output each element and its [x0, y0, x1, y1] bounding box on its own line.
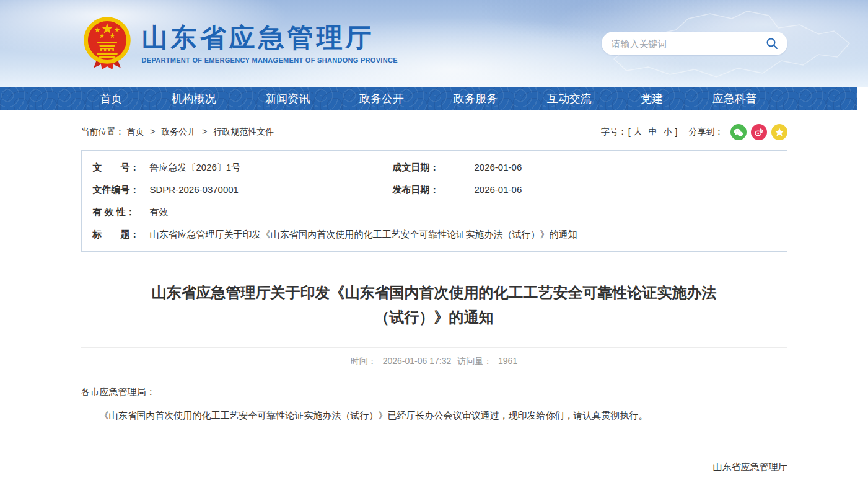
publish-date-value: 2026-01-06 — [475, 184, 522, 196]
signature-date: 2026年1月6日 — [81, 476, 787, 480]
search-icon[interactable] — [764, 35, 780, 51]
font-size-medium-button[interactable]: 中 — [649, 127, 657, 138]
file-id-value: SDPR-2026-0370001 — [150, 184, 393, 196]
share-label: 分享到： — [689, 127, 724, 138]
breadcrumb-prefix: 当前位置： — [81, 127, 125, 136]
written-date-label: 成文日期： — [393, 161, 475, 174]
breadcrumb-separator: > — [202, 127, 207, 136]
salutation: 各市应急管理局： — [81, 383, 787, 401]
font-size-small-button[interactable]: 小 — [664, 127, 672, 138]
nav-item-party[interactable]: 党建 — [641, 91, 663, 106]
brand: 山东省应急管理厅 DEPARTMENT OF EMERGENCY MANAGEM… — [81, 16, 398, 71]
doc-number-value: 鲁应急发〔2026〕1号 — [150, 161, 393, 174]
weibo-share-icon[interactable] — [751, 124, 767, 140]
breadcrumb: 当前位置： 首页 > 政务公开 > 行政规范性文件 — [81, 127, 274, 138]
nav-item-gov-info[interactable]: 政务公开 — [359, 91, 404, 106]
nav-item-about[interactable]: 机构概况 — [172, 91, 216, 106]
wechat-share-icon[interactable] — [730, 124, 747, 140]
doc-meta-table: 文 号： 鲁应急发〔2026〕1号 成文日期： 2026-01-06 文件编号：… — [81, 150, 787, 252]
doc-title-value: 山东省应急管理厅关于印发《山东省国内首次使用的化工工艺安全可靠性论证实施办法（试… — [150, 228, 577, 241]
main-nav: 首页 机构概况 新闻资讯 政务公开 政务服务 互动交流 党建 应急科普 — [0, 87, 857, 110]
article-body: 各市应急管理局： 《山东省国内首次使用的化工工艺安全可靠性论证实施办法（试行）》… — [81, 383, 787, 480]
national-emblem-logo — [81, 16, 133, 71]
written-date-value: 2026-01-06 — [475, 161, 522, 174]
breadcrumb-item-home[interactable]: 首页 — [126, 127, 144, 136]
nav-item-gov-services[interactable]: 政务服务 — [453, 91, 498, 106]
meta-row-doc-number: 文 号： 鲁应急发〔2026〕1号 成文日期： 2026-01-06 — [82, 156, 787, 179]
search-box — [602, 32, 787, 55]
meta-row-file-id: 文件编号： SDPR-2026-0370001 发布日期： 2026-01-06 — [82, 179, 787, 201]
nav-item-interaction[interactable]: 互动交流 — [547, 91, 592, 106]
search-input[interactable] — [612, 38, 764, 49]
breadcrumb-separator: > — [150, 127, 155, 136]
article-paragraph: 《山东省国内首次使用的化工工艺安全可靠性论证实施办法（试行）》已经厅长办公会议审… — [81, 407, 787, 425]
site-header: 山东省应急管理厅 DEPARTMENT OF EMERGENCY MANAGEM… — [0, 0, 868, 87]
file-id-label: 文件编号： — [82, 184, 150, 196]
meta-row-validity: 有 效 性： 有效 — [82, 201, 787, 223]
site-title: 山东省应急管理厅 — [142, 23, 398, 53]
time-value: 2026-01-06 17:32 — [383, 356, 452, 366]
font-size-large-button[interactable]: 大 — [634, 127, 642, 138]
validity-label: 有 效 性： — [82, 206, 150, 218]
bracket-close: ] — [675, 127, 678, 137]
nav-item-news[interactable]: 新闻资讯 — [265, 91, 310, 106]
visits-label: 访问量： — [457, 356, 492, 366]
font-size-label: 字号： — [601, 127, 627, 138]
visits-value: 1961 — [498, 356, 517, 366]
signature-block: 山东省应急管理厅 2026年1月6日 — [81, 458, 787, 480]
nav-item-home[interactable]: 首页 — [100, 91, 122, 106]
publish-date-label: 发布日期： — [393, 184, 475, 196]
site-subtitle: DEPARTMENT OF EMERGENCY MANAGEMENT OF SH… — [142, 56, 398, 64]
meta-row-title: 标 题： 山东省应急管理厅关于印发《山东省国内首次使用的化工工艺安全可靠性论证实… — [82, 223, 787, 246]
page: 山东省应急管理厅 DEPARTMENT OF EMERGENCY MANAGEM… — [0, 0, 868, 480]
article-title-line2: （试行）》的通知 — [375, 309, 494, 326]
signature-org: 山东省应急管理厅 — [81, 458, 787, 476]
doc-number-label: 文 号： — [82, 161, 150, 174]
breadcrumb-item-gov-info[interactable]: 政务公开 — [161, 127, 196, 136]
article-title-line1: 山东省应急管理厅关于印发《山东省国内首次使用的化工工艺安全可靠性论证实施办法 — [152, 284, 717, 301]
nav-item-science[interactable]: 应急科普 — [712, 91, 757, 106]
qzone-share-icon[interactable] — [771, 124, 787, 140]
page-tools: 字号： [ 大 中 小 ] 分享到： — [601, 124, 787, 140]
article-title: 山东省应急管理厅关于印发《山东省国内首次使用的化工工艺安全可靠性论证实施办法 （… — [94, 280, 775, 330]
article-meta-row: 时间： 2026-01-06 17:32 访问量： 1961 — [81, 347, 787, 367]
breadcrumb-item-regulatory-files[interactable]: 行政规范性文件 — [213, 127, 274, 136]
doc-title-label: 标 题： — [82, 228, 150, 241]
time-label: 时间： — [351, 356, 377, 366]
bracket-open: [ — [628, 127, 631, 137]
validity-value: 有效 — [150, 206, 169, 218]
